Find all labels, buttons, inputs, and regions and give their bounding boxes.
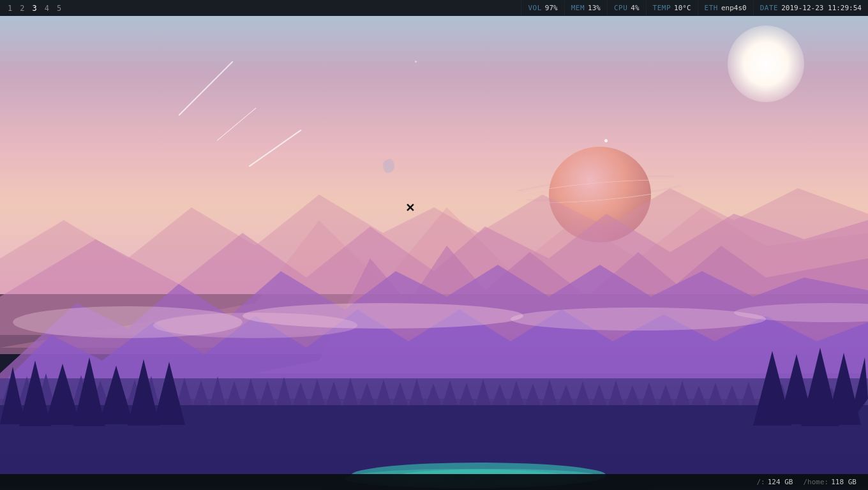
cpu-value: 4% bbox=[631, 4, 639, 12]
svg-point-10 bbox=[153, 313, 357, 338]
home-disk-label: /home: bbox=[804, 478, 829, 486]
root-disk-label: /: bbox=[757, 478, 765, 486]
root-disk-value: 124 GB bbox=[768, 478, 793, 486]
workspace-tags: 1 2 3 4 5 bbox=[0, 4, 521, 13]
workspace-1[interactable]: 1 bbox=[5, 4, 15, 13]
cursor-x-icon: ✕ bbox=[405, 201, 415, 215]
landscape-svg bbox=[0, 16, 868, 490]
workspace-4[interactable]: 4 bbox=[42, 4, 52, 13]
workspace-2[interactable]: 2 bbox=[17, 4, 27, 13]
eth-status: ETH enp4s0 bbox=[698, 0, 753, 16]
eth-value: enp4s0 bbox=[721, 4, 747, 12]
topbar: 1 2 3 4 5 VOL 97% MEM 13% CPU 4% TEMP 10… bbox=[0, 0, 868, 16]
date-label: DATE bbox=[760, 4, 779, 12]
date-value: 2019-12-23 11:29:54 bbox=[781, 4, 862, 12]
temp-label: TEMP bbox=[653, 4, 671, 12]
taskbar: /: 124 GB /home: 118 GB bbox=[0, 474, 868, 490]
date-status: DATE 2019-12-23 11:29:54 bbox=[753, 0, 868, 16]
status-bar: VOL 97% MEM 13% CPU 4% TEMP 10°C ETH enp… bbox=[521, 0, 868, 16]
mem-value: 13% bbox=[588, 4, 601, 12]
mem-label: MEM bbox=[571, 4, 585, 12]
cpu-status: CPU 4% bbox=[607, 0, 646, 16]
disk-info: /: 124 GB /home: 118 GB bbox=[752, 478, 869, 486]
eth-label: ETH bbox=[705, 4, 718, 12]
vol-value: 97% bbox=[545, 4, 558, 12]
temp-value: 10°C bbox=[674, 4, 691, 12]
home-disk: /home: 118 GB bbox=[798, 478, 862, 486]
vol-status: VOL 97% bbox=[521, 0, 564, 16]
home-disk-value: 118 GB bbox=[831, 478, 857, 486]
workspace-3[interactable]: 3 bbox=[29, 4, 39, 13]
workspace-5[interactable]: 5 bbox=[54, 4, 64, 13]
vol-label: VOL bbox=[528, 4, 541, 12]
wallpaper: ✕ bbox=[0, 0, 868, 490]
temp-status: TEMP 10°C bbox=[646, 0, 698, 16]
cpu-label: CPU bbox=[614, 4, 627, 12]
root-disk: /: 124 GB bbox=[752, 478, 798, 486]
mem-status: MEM 13% bbox=[564, 0, 607, 16]
svg-point-8 bbox=[511, 308, 766, 330]
